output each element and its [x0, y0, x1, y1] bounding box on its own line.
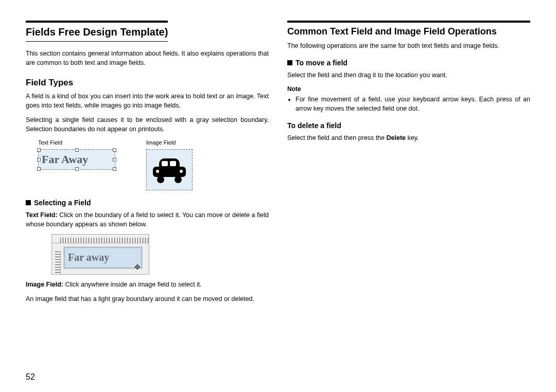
to-delete-a-field-heading: To delete a field	[287, 120, 530, 131]
left-column: Fields Free Design Template) This sectio…	[26, 21, 269, 367]
text-field-figure: Text Field Far Away	[38, 139, 115, 190]
common-ops-intro: The following operations are the same fo…	[287, 41, 530, 50]
delete-key-label: Delete	[387, 134, 406, 141]
intro-paragraph: This section contains general informatio…	[26, 49, 269, 67]
right-column: Common Text Field and Image Field Operat…	[287, 21, 530, 367]
image-field-sample-box	[146, 149, 193, 190]
to-delete-a-field-paragraph: Select the field and then press the Dele…	[287, 133, 530, 142]
note-heading: Note	[287, 85, 530, 94]
note-list: For fine movement of a field, use your k…	[287, 95, 530, 113]
move-cursor-icon: ✥	[134, 262, 141, 272]
common-ops-title: Common Text Field and Image Field Operat…	[287, 25, 530, 38]
image-field-boundary-note: An image field that has a light gray bou…	[26, 294, 269, 304]
selected-text-field-text: Far away	[68, 250, 109, 265]
selected-text-field-sample: Far away	[64, 247, 142, 268]
square-bullet-icon	[26, 200, 31, 205]
to-move-a-field-label: To move a field	[296, 59, 348, 67]
selecting-text-field-paragraph: Text Field: Click on the boundary of a f…	[26, 210, 269, 229]
image-field-caption: Image Field	[146, 139, 176, 147]
selecting-a-field-label: Selecting a Field	[34, 199, 91, 207]
section-title: Fields Free Design Template)	[26, 21, 168, 42]
selecting-image-field-paragraph: Image Field: Click anywhere inside an im…	[26, 280, 269, 289]
ruler-figure: Far away ✥	[51, 234, 149, 275]
delete-instruction-post: key.	[406, 134, 419, 141]
horizontal-ruler-icon	[52, 235, 149, 243]
to-move-a-field-paragraph: Select the field and then drag it to the…	[287, 70, 530, 80]
page-number: 52	[26, 367, 530, 382]
selecting-a-field-heading: Selecting a Field	[26, 198, 269, 208]
image-field-instruction: Click anywhere inside an image field to …	[63, 281, 202, 288]
car-icon	[153, 158, 186, 181]
top-rule	[287, 21, 530, 23]
text-field-caption: Text Field	[38, 139, 62, 147]
field-types-p2: Selecting a single field causes it to be…	[26, 115, 269, 134]
image-field-bold-label: Image Field:	[26, 281, 63, 288]
vertical-ruler-icon	[52, 252, 61, 274]
two-column-layout: Fields Free Design Template) This sectio…	[26, 21, 530, 367]
square-bullet-icon	[287, 60, 292, 65]
note-item: For fine movement of a field, use your k…	[296, 95, 530, 113]
image-field-figure: Image Field	[146, 139, 193, 190]
text-field-instruction: Click on the boundary of a field to sele…	[26, 211, 269, 228]
to-move-a-field-heading: To move a field	[287, 58, 530, 68]
figure-row: Text Field Far Away Image Field	[38, 139, 269, 190]
to-delete-a-field-label: To delete a field	[287, 121, 341, 130]
field-types-p1: A field is a kind of box you can insert …	[26, 92, 269, 110]
delete-instruction-pre: Select the field and then press the	[287, 134, 387, 141]
text-field-sample-text: Far Away	[42, 151, 88, 168]
text-field-sample-box: Far Away	[38, 149, 115, 170]
text-field-bold-label: Text Field:	[26, 211, 58, 219]
manual-page: Fields Free Design Template) This sectio…	[0, 0, 556, 392]
field-types-heading: Field Types	[26, 77, 269, 90]
